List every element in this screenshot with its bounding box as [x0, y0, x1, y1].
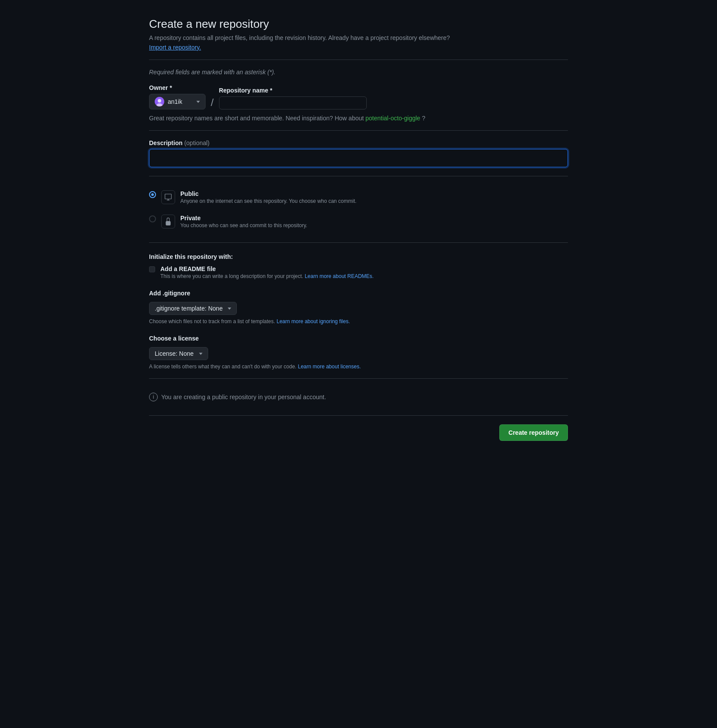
private-radio[interactable] [149, 215, 156, 222]
monitor-icon [161, 190, 175, 204]
svg-point-1 [158, 99, 161, 103]
gitignore-chevron-icon [228, 308, 231, 310]
license-info: A license tells others what they can and… [149, 364, 568, 370]
readme-desc: This is where you can write a long descr… [160, 273, 374, 279]
description-input[interactable] [149, 149, 568, 167]
license-section: Choose a license License: None A license… [149, 335, 568, 370]
required-note: Required fields are marked with an aster… [149, 69, 568, 76]
license-learn-more-link[interactable]: Learn more about licenses. [298, 364, 361, 370]
initialize-title: Initialize this repository with: [149, 253, 568, 260]
divider-6 [149, 415, 568, 416]
info-icon: i [149, 393, 158, 401]
divider-2 [149, 130, 568, 131]
visibility-section: Public Anyone on the internet can see th… [149, 185, 568, 234]
description-optional: (optional) [184, 139, 209, 146]
owner-label: Owner * [149, 84, 206, 91]
create-repository-button[interactable]: Create repository [499, 424, 568, 441]
owner-field-group: Owner * an1ik [149, 84, 206, 109]
import-repository-link[interactable]: Import a repository. [149, 44, 201, 51]
gitignore-dropdown[interactable]: .gitignore template: None [149, 302, 237, 315]
license-chevron-icon [199, 353, 202, 355]
owner-repo-row: Owner * an1ik / Repository name * [149, 84, 568, 109]
gitignore-learn-more-link[interactable]: Learn more about ignoring files. [276, 318, 350, 324]
gitignore-section: Add .gitignore .gitignore template: None… [149, 290, 568, 324]
public-desc: Anyone on the internet can see this repo… [180, 198, 568, 204]
slash-separator: / [209, 96, 216, 109]
initialize-section: Initialize this repository with: Add a R… [149, 253, 568, 279]
info-message: You are creating a public repository in … [161, 394, 326, 400]
public-title: Public [180, 190, 568, 197]
repo-name-input[interactable] [219, 96, 367, 109]
private-desc: You choose who can see and commit to thi… [180, 222, 568, 228]
readme-learn-more-link[interactable]: Learn more about READMEs. [305, 273, 374, 279]
lock-icon [161, 215, 175, 228]
public-radio[interactable] [149, 191, 156, 198]
divider-1 [149, 60, 568, 60]
owner-dropdown[interactable]: an1ik [149, 94, 206, 109]
readme-label: Add a README file [160, 265, 374, 272]
divider-4 [149, 242, 568, 243]
divider-5 [149, 378, 568, 379]
visibility-public-option[interactable]: Public Anyone on the internet can see th… [149, 185, 568, 209]
license-title: Choose a license [149, 335, 568, 342]
description-label: Description (optional) [149, 139, 568, 146]
chevron-down-icon [196, 101, 200, 103]
info-banner: i You are creating a public repository i… [149, 387, 568, 407]
owner-avatar [155, 97, 164, 106]
private-title: Private [180, 215, 568, 222]
readme-option: Add a README file This is where you can … [149, 265, 568, 279]
page-subtitle: A repository contains all project files,… [149, 34, 568, 41]
page-title: Create a new repository [149, 17, 568, 31]
gitignore-title: Add .gitignore [149, 290, 568, 297]
private-visibility-content: Private You choose who can see and commi… [180, 215, 568, 228]
suggestion-text: Great repository names are short and mem… [149, 115, 568, 122]
suggestion-name: potential-octo-giggle [365, 115, 420, 122]
gitignore-info: Choose which files not to track from a l… [149, 318, 568, 324]
description-section: Description (optional) [149, 139, 568, 167]
license-dropdown[interactable]: License: None [149, 347, 208, 360]
readme-checkbox[interactable] [149, 266, 155, 272]
repo-name-field-group: Repository name * [219, 87, 367, 109]
repo-name-label: Repository name * [219, 87, 367, 94]
owner-name: an1ik [168, 98, 191, 105]
divider-3 [149, 176, 568, 176]
public-visibility-content: Public Anyone on the internet can see th… [180, 190, 568, 204]
visibility-private-option[interactable]: Private You choose who can see and commi… [149, 209, 568, 234]
